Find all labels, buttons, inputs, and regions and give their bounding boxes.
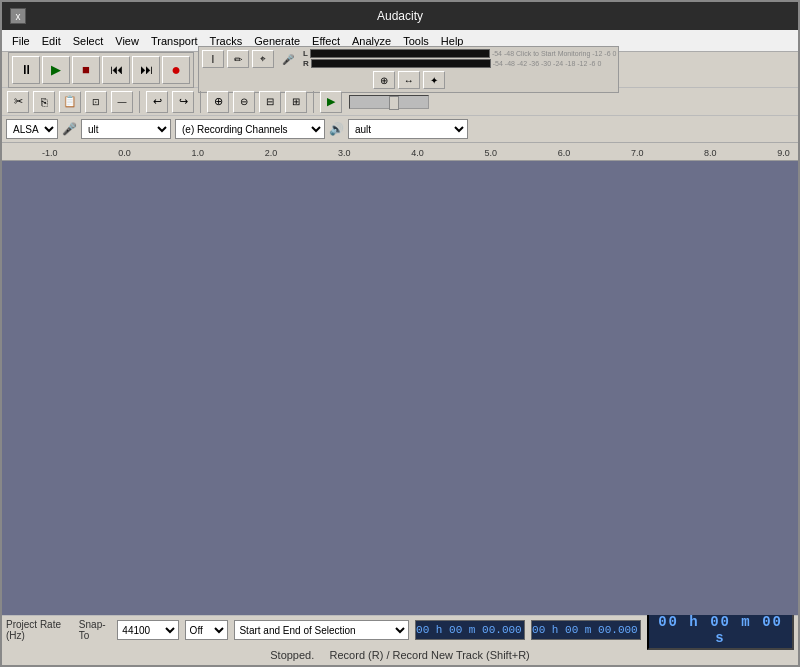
menu-item-view[interactable]: View bbox=[109, 33, 145, 49]
menu-item-file[interactable]: File bbox=[6, 33, 36, 49]
separator1 bbox=[139, 91, 140, 113]
project-rate-label: Project Rate (Hz) bbox=[6, 619, 73, 641]
toolbar-row1: ⏸ ▶ ■ ⏮ ⏭ ● I ✏ ⌖ 🎤 L -54 -48 bbox=[2, 52, 798, 88]
title-bar: x Audacity bbox=[2, 2, 798, 30]
status-row1: Project Rate (Hz) Snap-To 44100 Off Star… bbox=[2, 616, 798, 644]
separator2 bbox=[200, 91, 201, 113]
ruler-mark: 7.0 bbox=[631, 148, 644, 158]
stop-button[interactable]: ■ bbox=[72, 56, 100, 84]
output-device-select[interactable]: ault bbox=[348, 119, 468, 139]
ruler-mark: -1.0 bbox=[42, 148, 58, 158]
pause-button[interactable]: ⏸ bbox=[12, 56, 40, 84]
channels-select[interactable]: (e) Recording Channels bbox=[175, 119, 325, 139]
zoom-tool-button[interactable]: ⊕ bbox=[373, 71, 395, 89]
transport-controls: ⏸ ▶ ■ ⏮ ⏭ ● bbox=[8, 52, 194, 88]
ruler-mark: 3.0 bbox=[338, 148, 351, 158]
volume-slider-container bbox=[349, 95, 429, 109]
host-select[interactable]: ALSA bbox=[6, 119, 58, 139]
ruler-mark: 2.0 bbox=[265, 148, 278, 158]
skip-start-button[interactable]: ⏮ bbox=[102, 56, 130, 84]
selection-format-select[interactable]: Start and End of Selection bbox=[234, 620, 409, 640]
zoom-fit-button[interactable]: ⊟ bbox=[259, 91, 281, 113]
pencil-tool-button[interactable]: ✏ bbox=[227, 50, 249, 68]
left-label: L bbox=[303, 49, 308, 58]
mic-icon: 🎤 bbox=[62, 122, 77, 136]
ruler-inner: -1.0 0.0 1.0 2.0 3.0 4.0 5.0 6.0 7.0 8.0… bbox=[2, 148, 798, 158]
trim-button[interactable]: ⊡ bbox=[85, 91, 107, 113]
right-label: R bbox=[303, 59, 309, 68]
ruler-mark: 8.0 bbox=[704, 148, 717, 158]
volume-slider[interactable] bbox=[349, 95, 429, 109]
copy-button[interactable]: ⎘ bbox=[33, 91, 55, 113]
status-row2: Stopped. Record (R) / Record New Track (… bbox=[2, 644, 798, 665]
status-message: Stopped. Record (R) / Record New Track (… bbox=[270, 649, 530, 661]
ruler-mark: 6.0 bbox=[558, 148, 571, 158]
project-rate-select[interactable]: 44100 bbox=[117, 620, 178, 640]
mic-icon: 🎤 bbox=[277, 50, 299, 68]
snap-to-select[interactable]: Off bbox=[185, 620, 229, 640]
play2-button[interactable]: ▶ bbox=[320, 91, 342, 113]
timeline-ruler: -1.0 0.0 1.0 2.0 3.0 4.0 5.0 6.0 7.0 8.0… bbox=[2, 143, 798, 161]
envelope-tool-button[interactable]: ⌖ bbox=[252, 50, 274, 68]
selection-tool-button[interactable]: I bbox=[202, 50, 224, 68]
silence-button[interactable]: — bbox=[111, 91, 133, 113]
menu-item-transport[interactable]: Transport bbox=[145, 33, 204, 49]
undo-button[interactable]: ↩ bbox=[146, 91, 168, 113]
db-labels-bottom: -54 -48 -42 -36 -30 -24 -18 -12 -6 0 bbox=[493, 60, 602, 67]
app-title: Audacity bbox=[377, 9, 423, 23]
ruler-mark: 0.0 bbox=[118, 148, 131, 158]
record-button[interactable]: ● bbox=[162, 56, 190, 84]
multi-tool-button[interactable]: ✦ bbox=[423, 71, 445, 89]
close-button[interactable]: x bbox=[10, 8, 26, 24]
db-labels-top: -54 -48 Click to Start Monitoring -12 -6… bbox=[492, 50, 617, 57]
ruler-mark: 4.0 bbox=[411, 148, 424, 158]
zoom-sel-button[interactable]: ⊞ bbox=[285, 91, 307, 113]
device-row: ALSA 🎤 ult (e) Recording Channels 🔊 ault bbox=[2, 116, 798, 142]
redo-button[interactable]: ↪ bbox=[172, 91, 194, 113]
timeshift-tool-button[interactable]: ↔ bbox=[398, 71, 420, 89]
separator3 bbox=[313, 91, 314, 113]
tool-controls: I ✏ ⌖ 🎤 L -54 -48 Click to Start Monitor… bbox=[198, 46, 619, 93]
end-time-field[interactable] bbox=[531, 620, 641, 640]
track-area[interactable] bbox=[2, 161, 798, 615]
cut-button[interactable]: ✂ bbox=[7, 91, 29, 113]
snap-to-label: Snap-To bbox=[79, 619, 111, 641]
ruler-mark: 9.0 bbox=[777, 148, 790, 158]
zoom-out-button[interactable]: ⊖ bbox=[233, 91, 255, 113]
speaker-icon: 🔊 bbox=[329, 122, 344, 136]
paste-button[interactable]: 📋 bbox=[59, 91, 81, 113]
start-time-field[interactable] bbox=[415, 620, 525, 640]
status-bar: Project Rate (Hz) Snap-To 44100 Off Star… bbox=[2, 615, 798, 665]
play-button[interactable]: ▶ bbox=[42, 56, 70, 84]
skip-end-button[interactable]: ⏭ bbox=[132, 56, 160, 84]
input-device-select[interactable]: ult bbox=[81, 119, 171, 139]
toolbar-area: ⏸ ▶ ■ ⏮ ⏭ ● I ✏ ⌖ 🎤 L -54 -48 bbox=[2, 52, 798, 143]
ruler-mark: 1.0 bbox=[191, 148, 204, 158]
menu-item-select[interactable]: Select bbox=[67, 33, 110, 49]
ruler-mark: 5.0 bbox=[484, 148, 497, 158]
zoom-in-button[interactable]: ⊕ bbox=[207, 91, 229, 113]
menu-item-edit[interactable]: Edit bbox=[36, 33, 67, 49]
